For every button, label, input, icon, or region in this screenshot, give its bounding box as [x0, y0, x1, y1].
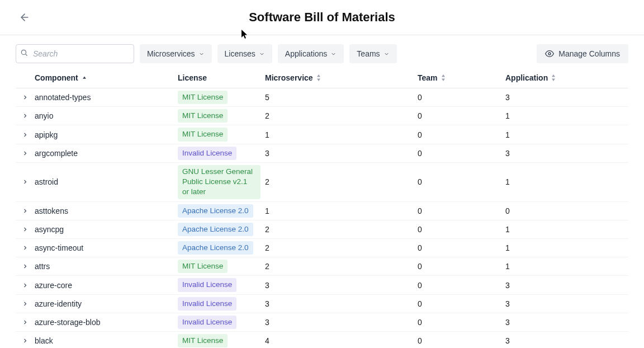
svg-marker-4	[83, 77, 86, 79]
expand-cell	[16, 129, 35, 140]
col-application[interactable]: Application	[505, 73, 628, 82]
expand-cell	[16, 335, 35, 346]
chevron-down-icon	[198, 51, 205, 57]
expand-cell	[16, 92, 35, 103]
table-row: annotated-typesMIT License503	[16, 88, 628, 107]
filter-licenses[interactable]: Licenses	[217, 44, 272, 63]
microservice-cell: 3	[265, 149, 418, 158]
search-icon	[20, 49, 28, 59]
expand-button[interactable]	[20, 110, 31, 121]
chevron-right-icon	[22, 178, 29, 185]
expand-button[interactable]	[20, 129, 31, 140]
col-team[interactable]: Team	[418, 73, 505, 82]
microservice-cell: 2	[265, 225, 418, 234]
expand-button[interactable]	[20, 280, 31, 291]
col-component[interactable]: Component	[35, 73, 178, 82]
svg-marker-7	[442, 74, 445, 77]
table-row: apipkgMIT License101	[16, 125, 628, 144]
col-label: Application	[505, 73, 548, 82]
chevron-down-icon	[383, 51, 390, 57]
sort-asc-icon	[82, 75, 87, 81]
manage-columns-button[interactable]: Manage Columns	[537, 44, 628, 63]
search-input[interactable]	[16, 44, 134, 63]
component-cell: azure-identity	[35, 299, 178, 308]
filter-label: Teams	[357, 49, 380, 58]
team-cell: 0	[418, 262, 505, 271]
page-title: Software Bill of Materials	[249, 10, 395, 25]
expand-button[interactable]	[20, 317, 31, 328]
expand-cell	[16, 110, 35, 121]
license-cell: Invalid License	[178, 316, 265, 329]
expand-button[interactable]	[20, 261, 31, 272]
filter-label: Applications	[285, 49, 328, 58]
component-cell: async-timeout	[35, 243, 178, 252]
table-row: attrsMIT License201	[16, 257, 628, 276]
chevron-right-icon	[22, 319, 29, 326]
col-label: License	[178, 73, 207, 82]
col-microservice[interactable]: Microservice	[265, 73, 418, 82]
sbom-table: Component License Microservice Team Appl…	[16, 68, 628, 348]
application-cell: 3	[505, 318, 628, 327]
expand-button[interactable]	[20, 298, 31, 309]
team-cell: 0	[418, 111, 505, 120]
expand-button[interactable]	[20, 242, 31, 253]
license-cell: Invalid License	[178, 278, 265, 291]
table-row: azure-coreInvalid License303	[16, 276, 628, 294]
team-cell: 0	[418, 281, 505, 290]
eye-icon	[545, 49, 554, 58]
col-license[interactable]: License	[178, 73, 265, 82]
expand-button[interactable]	[20, 205, 31, 217]
filter-teams[interactable]: Teams	[349, 44, 396, 63]
table-row: asyncpgApache License 2.0201	[16, 220, 628, 239]
chevron-right-icon	[22, 112, 29, 119]
license-badge: Invalid License	[178, 297, 236, 311]
page-header: Software Bill of Materials	[0, 0, 644, 35]
microservice-cell: 1	[265, 130, 418, 139]
filter-label: Microservices	[147, 49, 195, 58]
back-button[interactable]	[17, 10, 32, 25]
expand-button[interactable]	[20, 148, 31, 159]
team-cell: 0	[418, 225, 505, 234]
component-cell: asttokens	[35, 206, 178, 215]
expand-button[interactable]	[20, 335, 31, 346]
chevron-right-icon	[22, 208, 29, 214]
license-cell: Apache License 2.0	[178, 241, 265, 255]
svg-line-2	[26, 54, 27, 56]
component-cell: black	[35, 336, 178, 345]
team-cell: 0	[418, 130, 505, 139]
license-cell: MIT License	[178, 334, 265, 347]
license-badge: MIT License	[178, 109, 228, 123]
license-badge: Invalid License	[178, 147, 236, 160]
license-badge: Invalid License	[178, 278, 236, 291]
filter-applications[interactable]: Applications	[278, 44, 344, 63]
col-expand	[16, 73, 35, 82]
team-cell: 0	[418, 299, 505, 308]
team-cell: 0	[418, 336, 505, 345]
license-badge: Invalid License	[178, 316, 236, 329]
application-cell: 1	[505, 177, 628, 186]
chevron-right-icon	[22, 263, 29, 270]
license-cell: MIT License	[178, 91, 265, 104]
license-cell: Apache License 2.0	[178, 223, 265, 236]
microservice-cell: 2	[265, 262, 418, 271]
license-badge: GNU Lesser General Public License v2.1 o…	[178, 165, 261, 199]
application-cell: 1	[505, 130, 628, 139]
svg-marker-9	[552, 74, 555, 77]
filter-microservices[interactable]: Microservices	[140, 44, 212, 63]
license-cell: MIT License	[178, 260, 265, 273]
sort-icon	[316, 74, 321, 81]
license-badge: MIT License	[178, 91, 228, 104]
svg-marker-5	[317, 74, 320, 77]
expand-button[interactable]	[20, 92, 31, 103]
license-badge: MIT License	[178, 334, 228, 347]
license-cell: Apache License 2.0	[178, 204, 265, 218]
table-row: azure-storage-blobInvalid License303	[16, 313, 628, 332]
expand-cell	[16, 261, 35, 272]
application-cell: 3	[505, 299, 628, 308]
expand-button[interactable]	[20, 176, 31, 187]
chevron-down-icon	[259, 51, 265, 57]
table-body: annotated-typesMIT License503anyioMIT Li…	[16, 88, 628, 348]
expand-cell	[16, 280, 35, 291]
expand-button[interactable]	[20, 224, 31, 235]
team-cell: 0	[418, 243, 505, 252]
